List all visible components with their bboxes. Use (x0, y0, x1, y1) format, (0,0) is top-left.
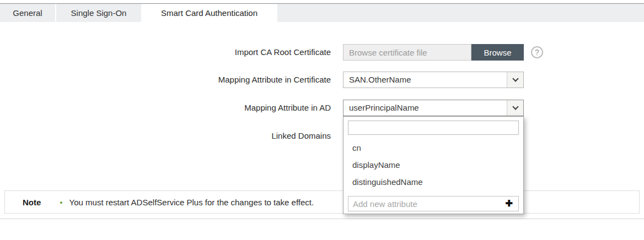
tab-bar: General Single Sign-On Smart Card Authen… (0, 3, 644, 22)
dropdown-options: cn displayName distinguishedName (344, 139, 523, 190)
tab-smart-card-authentication[interactable]: Smart Card Authentication (141, 4, 277, 22)
mapping-cert-selected-value: SAN.OtherName (349, 72, 411, 88)
help-icon[interactable]: ? (531, 46, 543, 58)
mapping-attribute-in-certificate-label: Mapping Attribute in Certificate (0, 72, 331, 88)
browse-button[interactable]: Browse (471, 44, 524, 61)
add-new-attribute-input[interactable] (348, 197, 497, 211)
chevron-down-icon[interactable] (507, 100, 523, 116)
linked-domains-label: Linked Domains (0, 128, 331, 144)
mapping-ad-selected-value: userPrincipalName (349, 100, 419, 116)
mapping-ad-select[interactable]: userPrincipalName (343, 100, 524, 116)
tab-single-sign-on[interactable]: Single Sign-On (56, 4, 141, 22)
note-label: Note (23, 198, 41, 207)
dropdown-search-input[interactable] (348, 121, 519, 135)
chevron-down-icon[interactable] (507, 72, 523, 88)
import-ca-root-certificate-label: Import CA Root Certificate (0, 44, 331, 61)
mapping-cert-select[interactable]: SAN.OtherName (343, 72, 524, 88)
note-text: You must restart ADSelfService Plus for … (69, 198, 314, 207)
note-bullet-icon: • (60, 198, 62, 207)
dropdown-option-distinguishedname[interactable]: distinguishedName (344, 173, 523, 190)
certificate-file-input[interactable] (343, 44, 471, 61)
chevron-glyph (512, 75, 518, 81)
chevron-glyph (512, 103, 518, 110)
dropdown-option-cn[interactable]: cn (344, 139, 523, 156)
mapping-attribute-in-ad-label: Mapping Attribute in AD (0, 100, 331, 116)
add-new-attribute-row: ✚ (348, 196, 519, 211)
tab-general[interactable]: General (0, 4, 56, 22)
smart-card-settings-page: General Single Sign-On Smart Card Authen… (0, 0, 644, 240)
note-bar: Note • You must restart ADSelfService Pl… (4, 190, 640, 214)
bottom-divider (0, 219, 644, 219)
mapping-ad-dropdown-panel: cn displayName distinguishedName ✚ (343, 116, 524, 214)
dropdown-option-displayname[interactable]: displayName (344, 156, 523, 173)
add-attribute-plus-icon[interactable]: ✚ (506, 197, 513, 211)
